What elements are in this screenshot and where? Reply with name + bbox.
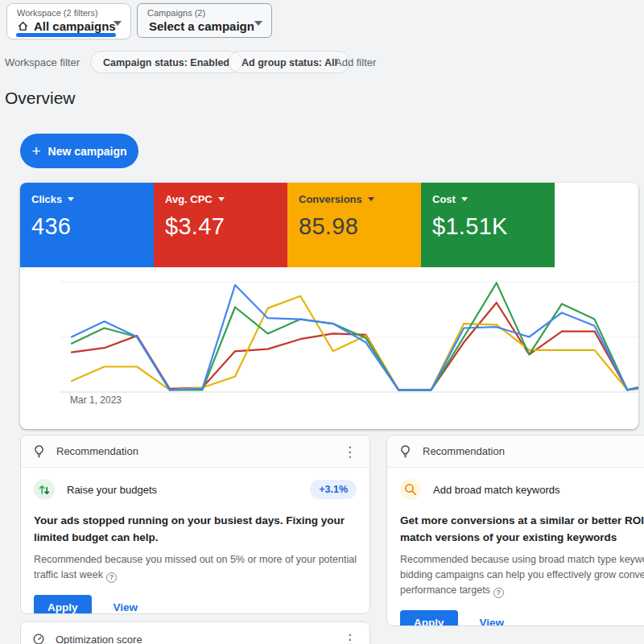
x-axis-start-label: Mar 1, 2023 (70, 394, 122, 406)
help-icon[interactable]: ? (493, 588, 504, 598)
home-icon (17, 20, 29, 32)
more-options-icon[interactable]: ⋮ (336, 441, 363, 461)
workspace-filter-label: Workspace filter (5, 56, 80, 68)
metric-band: Clicks 436 Avg. CPC $3.47 Conversions 85… (20, 183, 638, 267)
metric-label: Cost (432, 193, 456, 205)
performance-summary-card: Clicks 436 Avg. CPC $3.47 Conversions 85… (20, 183, 638, 429)
recommendation-description: Recommended because you missed out on 5%… (34, 552, 357, 583)
metric-value: $1.51K (432, 213, 555, 240)
campaign-selector-label: Campaigns (2) (147, 8, 271, 18)
gauge-icon (32, 633, 45, 644)
recommendation-header-title: Recommendation (56, 445, 138, 457)
keyword-search-icon (400, 479, 421, 500)
recommendation-header: Recommendation (387, 436, 644, 468)
help-icon[interactable]: ? (106, 572, 117, 583)
chevron-down-icon (254, 21, 262, 26)
lightbulb-icon (32, 444, 46, 458)
metric-label: Clicks (31, 193, 62, 205)
metric-card-conversions[interactable]: Conversions 85.98 (287, 183, 421, 267)
more-options-icon[interactable]: ⋮ (336, 630, 363, 644)
new-campaign-button[interactable]: + New campaign (20, 134, 138, 168)
recommendation-card-broad-match: Recommendation Add broad match keywords … (386, 435, 644, 626)
metric-card-cost[interactable]: Cost $1.51K (421, 183, 555, 267)
workspace-active-indicator (16, 33, 116, 37)
chevron-down-icon[interactable] (218, 197, 225, 201)
metric-band-filler (555, 183, 638, 267)
add-filter-button[interactable]: Add filter (335, 56, 376, 68)
metric-card-clicks[interactable]: Clicks 436 (20, 183, 154, 267)
chevron-down-icon (114, 21, 122, 26)
metric-label: Avg. CPC (165, 193, 213, 205)
metric-value: $3.47 (165, 213, 287, 240)
recommendation-description: Recommended because using broad match ty… (400, 552, 644, 598)
chart-canvas (20, 267, 638, 404)
recommendation-header-title: Recommendation (423, 445, 505, 457)
lightbulb-icon (398, 444, 412, 458)
raise-budgets-icon (34, 479, 55, 500)
recommendation-title: Your ads stopped running on your busiest… (34, 512, 357, 546)
view-link[interactable]: View (114, 601, 138, 613)
recommendation-item-label: Add broad match keywords (433, 484, 560, 496)
metric-value: 436 (31, 213, 154, 240)
recommendation-title: Get more conversions at a similar or bet… (400, 512, 644, 546)
apply-button[interactable]: Apply (34, 595, 92, 614)
chip-campaign-status[interactable]: Campaign status: Enabled (90, 51, 242, 73)
workspace-selector-label: Workspace (2 filters) (17, 8, 130, 18)
recommendation-item-label: Raise your budgets (67, 484, 157, 496)
optimization-score-card: Optimization score ⋮ (20, 621, 370, 644)
metric-value: 85.98 (299, 213, 421, 240)
recommendation-header: Recommendation ⋮ (21, 436, 369, 468)
chevron-down-icon[interactable] (68, 197, 74, 201)
view-link[interactable]: View (480, 617, 505, 626)
chip-ad-group-status[interactable]: Ad group status: All (229, 51, 350, 73)
google-ads-overview-page: { "selectors": { "workspace": {"label": … (0, 0, 644, 644)
new-campaign-label: New campaign (48, 145, 127, 158)
workspace-selector-value: All campaigns (34, 19, 116, 33)
metric-card-avg-cpc[interactable]: Avg. CPC $3.47 (154, 183, 287, 267)
chevron-down-icon[interactable] (368, 197, 374, 201)
performance-line-chart[interactable] (20, 267, 638, 404)
campaign-selector-value: Select a campaign (149, 19, 254, 33)
chart-line-conversions (72, 296, 638, 390)
metric-label: Conversions (299, 193, 362, 205)
chevron-down-icon[interactable] (461, 197, 468, 201)
workspace-selector[interactable]: Workspace (2 filters) All campaigns (6, 3, 131, 39)
optimization-score-title: Optimization score (56, 634, 142, 644)
apply-button[interactable]: Apply (400, 610, 458, 626)
page-title: Overview (5, 89, 76, 108)
plus-icon: + (31, 143, 40, 159)
recommendation-card-raise-budgets: Recommendation ⋮ Raise your budgets +3.1… (20, 435, 370, 614)
uplift-badge: +3.1% (310, 480, 357, 499)
optimization-score-header: Optimization score ⋮ (21, 622, 369, 644)
campaign-selector[interactable]: Campaigns (2) Select a campaign (137, 3, 272, 38)
